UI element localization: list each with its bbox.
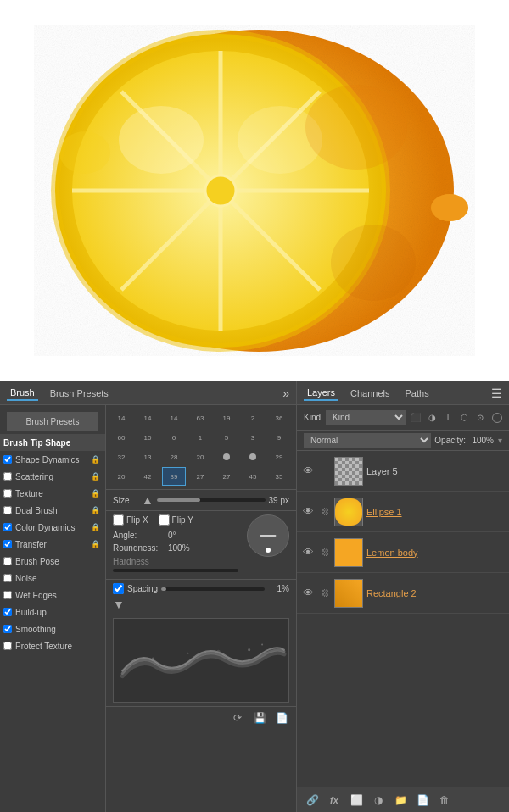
tip-8-1[interactable] xyxy=(215,448,238,466)
add-adjustment-btn[interactable]: ◑ xyxy=(370,792,387,809)
layer-item-layer5[interactable]: 👁 Layer 5 xyxy=(297,451,509,492)
spacing-checkbox[interactable] xyxy=(113,583,124,594)
tip-8-2[interactable] xyxy=(241,448,265,466)
checkbox-build-up[interactable] xyxy=(3,608,12,616)
tab-channels[interactable]: Channels xyxy=(347,387,393,400)
shape-filter-icon[interactable]: ⬡ xyxy=(457,411,471,425)
setting-build-up[interactable]: Build-up xyxy=(0,603,105,620)
setting-brush-pose[interactable]: Brush Pose xyxy=(0,553,105,570)
eye-icon-lemon-body[interactable]: 👁 xyxy=(300,545,316,560)
adjustment-filter-icon[interactable]: ◑ xyxy=(425,411,439,425)
layer-item-lemon-body[interactable]: 👁 ⛓ Lemon body xyxy=(297,532,509,573)
tip-10[interactable]: 10 xyxy=(136,428,159,447)
filter-toggle-icon[interactable] xyxy=(492,413,502,423)
tip-20-2[interactable]: 20 xyxy=(109,467,133,486)
tab-paths[interactable]: Paths xyxy=(402,387,433,400)
setting-protect-texture[interactable]: Protect Texture xyxy=(0,637,105,654)
tip-36[interactable]: 36 xyxy=(267,409,291,427)
tip-1[interactable]: 1 xyxy=(188,428,212,447)
checkbox-smoothing[interactable] xyxy=(3,625,12,633)
setting-noise[interactable]: Noise xyxy=(0,570,105,587)
opacity-arrow[interactable]: ▾ xyxy=(498,436,502,445)
checkbox-texture[interactable] xyxy=(3,489,12,498)
checkbox-noise[interactable] xyxy=(3,574,12,582)
tip-9[interactable]: 9 xyxy=(267,428,291,447)
tip-20[interactable]: 20 xyxy=(188,448,212,466)
link-icon-ellipse1: ⛓ xyxy=(319,506,331,518)
checkbox-color-dynamics[interactable] xyxy=(3,523,12,531)
checkbox-dual-brush[interactable] xyxy=(3,506,12,514)
layers-menu-icon[interactable]: ☰ xyxy=(491,387,502,400)
add-mask-btn[interactable]: ⬜ xyxy=(348,792,365,809)
tip-39[interactable]: 39 xyxy=(162,467,186,486)
tip-27-1[interactable]: 27 xyxy=(188,467,212,486)
kind-select[interactable]: Kind xyxy=(326,410,406,425)
layer-item-ellipse1[interactable]: 👁 ⛓ Ellipse 1 xyxy=(297,492,509,532)
setting-smoothing[interactable]: Smoothing xyxy=(0,620,105,637)
size-slider[interactable] xyxy=(157,498,266,502)
tip-60[interactable]: 60 xyxy=(109,428,133,447)
hardness-slider[interactable] xyxy=(113,569,238,572)
tip-5[interactable]: 5 xyxy=(215,428,238,447)
tip-14-3[interactable]: 14 xyxy=(162,409,186,427)
tip-14-1[interactable]: 14 xyxy=(109,409,133,427)
layer-item-rect2[interactable]: 👁 ⛓ Rectangle 2 xyxy=(297,573,509,614)
tip-3[interactable]: 3 xyxy=(241,428,265,447)
pixel-filter-icon[interactable]: ⬛ xyxy=(409,411,422,425)
checkbox-wet-edges[interactable] xyxy=(3,591,12,599)
tip-35[interactable]: 35 xyxy=(267,467,291,486)
checkbox-shape-dynamics[interactable] xyxy=(3,455,12,464)
setting-scattering[interactable]: Scattering 🔒 xyxy=(0,468,105,485)
tip-19[interactable]: 19 xyxy=(215,409,238,427)
setting-wet-edges[interactable]: Wet Edges xyxy=(0,587,105,603)
blend-mode-select[interactable]: Normal xyxy=(304,433,431,448)
link-layers-btn[interactable]: 🔗 xyxy=(304,792,321,809)
setting-dual-brush[interactable]: Dual Brush 🔒 xyxy=(0,502,105,519)
save-preset-icon[interactable]: 💾 xyxy=(252,710,267,726)
setting-texture[interactable]: Texture 🔒 xyxy=(0,485,105,502)
tip-14-2[interactable]: 14 xyxy=(136,409,159,427)
new-layer-btn[interactable]: 📄 xyxy=(414,792,431,809)
tip-29[interactable]: 29 xyxy=(267,448,291,466)
eye-icon-ellipse1[interactable]: 👁 xyxy=(300,504,316,520)
type-filter-icon[interactable]: T xyxy=(441,411,455,425)
tip-32[interactable]: 32 xyxy=(109,448,133,466)
tab-brush-presets[interactable]: Brush Presets xyxy=(47,387,112,400)
fx-btn[interactable]: fx xyxy=(326,792,343,809)
flip-y-label[interactable]: Flip Y xyxy=(159,514,193,526)
delete-layer-btn[interactable]: 🗑 xyxy=(436,792,453,809)
tip-27-2[interactable]: 27 xyxy=(215,467,238,486)
eye-icon-layer5[interactable]: 👁 xyxy=(300,464,316,479)
tab-layers[interactable]: Layers xyxy=(304,386,338,401)
flip-y-checkbox[interactable] xyxy=(159,514,170,526)
setting-shape-dynamics[interactable]: Shape Dynamics 🔒 xyxy=(0,451,105,468)
cycle-icon[interactable]: ⟳ xyxy=(230,710,245,726)
size-up-arrow[interactable]: ▲ xyxy=(142,493,154,507)
checkbox-brush-pose[interactable] xyxy=(3,557,12,565)
spacing-slider[interactable] xyxy=(161,587,265,591)
angle-dial[interactable] xyxy=(247,514,289,557)
panel-menu-icon[interactable]: » xyxy=(282,387,289,400)
brush-presets-button[interactable]: Brush Presets xyxy=(7,412,98,431)
new-preset-icon[interactable]: 📄 xyxy=(274,710,289,726)
add-group-btn[interactable]: 📁 xyxy=(392,792,409,809)
tip-2[interactable]: 2 xyxy=(241,409,265,427)
tip-6[interactable]: 6 xyxy=(162,428,186,447)
eye-icon-rect2[interactable]: 👁 xyxy=(300,586,316,601)
tip-28[interactable]: 28 xyxy=(162,448,186,466)
flip-x-checkbox[interactable] xyxy=(113,514,124,526)
checkbox-scattering[interactable] xyxy=(3,472,12,481)
checkbox-protect-texture[interactable] xyxy=(3,642,12,650)
tip-13[interactable]: 13 xyxy=(136,448,159,466)
spacing-down-arrow[interactable]: ▼ xyxy=(113,598,125,611)
tip-63[interactable]: 63 xyxy=(188,409,212,427)
flip-x-label[interactable]: Flip X xyxy=(113,514,148,526)
smart-filter-icon[interactable]: ⊙ xyxy=(473,411,487,425)
setting-color-dynamics[interactable]: Color Dynamics 🔒 xyxy=(0,519,105,536)
tab-brush[interactable]: Brush xyxy=(7,386,38,401)
setting-brush-tip-shape[interactable]: Brush Tip Shape xyxy=(0,434,105,451)
tip-45[interactable]: 45 xyxy=(241,467,265,486)
checkbox-transfer[interactable] xyxy=(3,540,12,548)
setting-transfer[interactable]: Transfer 🔒 xyxy=(0,536,105,553)
tip-42[interactable]: 42 xyxy=(136,467,159,486)
